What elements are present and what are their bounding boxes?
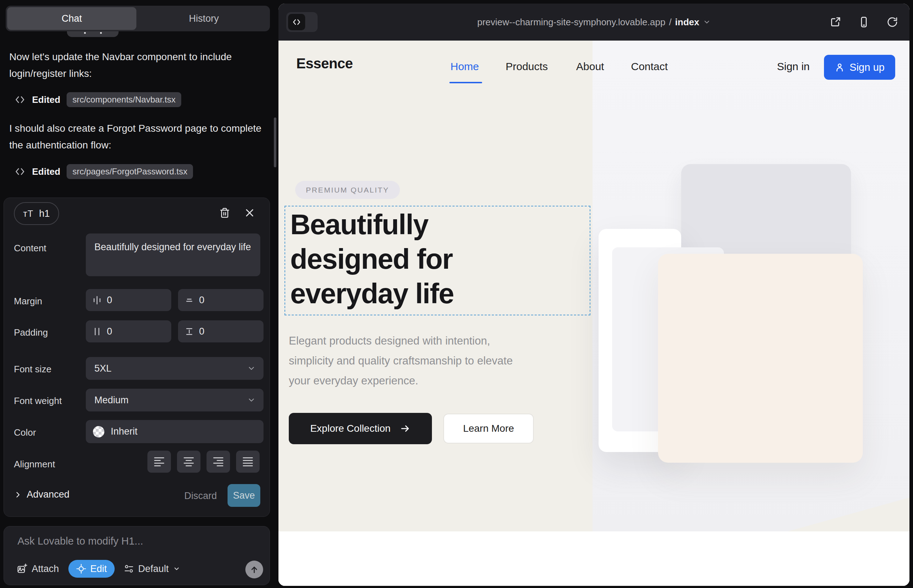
code-icon <box>14 166 26 177</box>
edited-file-row: Edited src/components/Navbar.tsx <box>14 92 181 108</box>
align-center-button[interactable] <box>177 451 201 473</box>
margin-vertical-icon <box>185 296 194 305</box>
decor-cream-card <box>658 254 863 463</box>
lovable-side-panel: Chat History Now let's update the Navbar… <box>0 0 278 588</box>
content-label: Content <box>14 243 46 254</box>
sliders-icon <box>124 564 134 574</box>
selected-element-chip: тT h1 <box>14 202 59 225</box>
file-chip[interactable]: src/components/Navbar.tsx <box>66 92 181 107</box>
element-tag-label: h1 <box>39 208 50 219</box>
url-domain: preview--charming-site-symphony.lovable.… <box>477 17 665 28</box>
padding-x-input[interactable]: 0 <box>86 320 171 342</box>
font-weight-select[interactable]: Medium <box>86 389 264 412</box>
delete-element-button[interactable] <box>217 205 233 221</box>
margin-label: Margin <box>14 296 42 307</box>
target-icon <box>76 564 86 574</box>
padding-label: Padding <box>14 327 48 338</box>
nav-contact[interactable]: Contact <box>631 60 668 73</box>
chevron-down-icon <box>247 364 256 373</box>
chevron-down-icon <box>247 396 256 404</box>
scrolled-chip-fragment <box>67 31 118 37</box>
alignment-group <box>147 451 264 473</box>
url-separator: / <box>669 17 672 28</box>
type-icon: тT <box>23 208 34 219</box>
send-button[interactable] <box>245 561 263 578</box>
edited-file-row: Edited src/pages/ForgotPassword.tsx <box>14 164 193 179</box>
align-right-button[interactable] <box>207 451 230 473</box>
composer-toolbar: Attach Edit Default <box>17 560 180 578</box>
chevron-down-icon <box>173 565 180 572</box>
chevron-down-icon <box>703 18 711 26</box>
learn-more-button[interactable]: Learn More <box>444 414 534 444</box>
edited-label: Edited <box>32 94 60 105</box>
url-path: index <box>675 17 699 28</box>
padding-vertical-icon <box>185 327 194 336</box>
chevron-right-icon <box>14 491 22 499</box>
file-chip[interactable]: src/pages/ForgotPassword.tsx <box>66 164 193 179</box>
site-logo[interactable]: Essence <box>296 55 353 71</box>
color-label: Color <box>14 427 36 438</box>
transparency-swatch-icon <box>93 426 104 438</box>
browser-chrome: preview--charming-site-symphony.lovable.… <box>278 3 910 40</box>
premium-quality-badge: PREMIUM QUALITY <box>295 181 400 199</box>
nav-about[interactable]: About <box>576 60 604 73</box>
align-justify-button[interactable] <box>236 451 260 473</box>
margin-x-input[interactable]: 0 <box>86 289 171 311</box>
chrome-actions <box>828 3 900 40</box>
user-icon <box>835 62 845 72</box>
font-size-select[interactable]: 5XL <box>86 357 264 380</box>
arrow-up-icon <box>249 565 259 574</box>
explore-collection-button[interactable]: Explore Collection <box>289 413 432 444</box>
chat-message: Now let's update the Navbar component to… <box>9 48 264 82</box>
color-select[interactable]: Inherit <box>86 420 264 443</box>
advanced-toggle[interactable]: Advanced <box>14 489 70 500</box>
nav-home[interactable]: Home <box>450 60 479 73</box>
nav-products[interactable]: Products <box>506 60 548 73</box>
element-editor-panel: тT h1 Content Beautifully designed for e… <box>3 197 270 517</box>
align-left-button[interactable] <box>147 451 171 473</box>
hero-heading: Beautifully designed for everyday life <box>290 207 454 311</box>
code-icon <box>14 94 26 105</box>
margin-y-input[interactable]: 0 <box>178 289 264 311</box>
mode-select[interactable]: Default <box>124 564 180 575</box>
chat-history-tabs: Chat History <box>6 6 270 31</box>
chat-message: I should also create a Forgot Password p… <box>9 120 264 153</box>
edit-mode-button[interactable]: Edit <box>68 560 115 578</box>
site-preview: Essence Home Products About Contact Sign… <box>278 40 910 586</box>
attach-button[interactable]: Attach <box>17 564 59 575</box>
alignment-label: Alignment <box>14 459 55 470</box>
tab-history[interactable]: History <box>139 7 269 30</box>
open-external-icon[interactable] <box>828 15 842 29</box>
sign-up-button[interactable]: Sign up <box>824 55 895 80</box>
edited-label: Edited <box>32 166 60 177</box>
nav-active-underline <box>449 82 482 83</box>
refresh-icon[interactable] <box>885 15 900 29</box>
font-size-label: Font size <box>14 364 52 375</box>
arrow-right-icon <box>400 423 411 434</box>
save-button[interactable]: Save <box>228 484 260 507</box>
padding-horizontal-icon <box>92 327 102 336</box>
attach-image-icon <box>17 564 28 574</box>
section-below-hero <box>278 531 910 586</box>
hero-description: Elegant products designed with intention… <box>289 331 534 391</box>
chat-composer: Attach Edit Default <box>3 526 270 585</box>
content-textarea[interactable]: Beautifully designed for everyday life <box>86 234 260 276</box>
margin-horizontal-icon <box>92 296 102 305</box>
close-icon[interactable] <box>242 205 257 221</box>
tab-chat[interactable]: Chat <box>7 7 136 30</box>
discard-button[interactable]: Discard <box>184 491 217 501</box>
sign-in-link[interactable]: Sign in <box>777 60 810 73</box>
padding-y-input[interactable]: 0 <box>178 320 264 342</box>
chat-scrollbar[interactable] <box>274 118 276 167</box>
mobile-preview-icon[interactable] <box>857 15 871 29</box>
font-weight-label: Font weight <box>14 396 62 407</box>
url-bar[interactable]: preview--charming-site-symphony.lovable.… <box>278 3 910 40</box>
composer-input[interactable] <box>17 535 253 548</box>
preview-browser-window: preview--charming-site-symphony.lovable.… <box>278 3 910 586</box>
